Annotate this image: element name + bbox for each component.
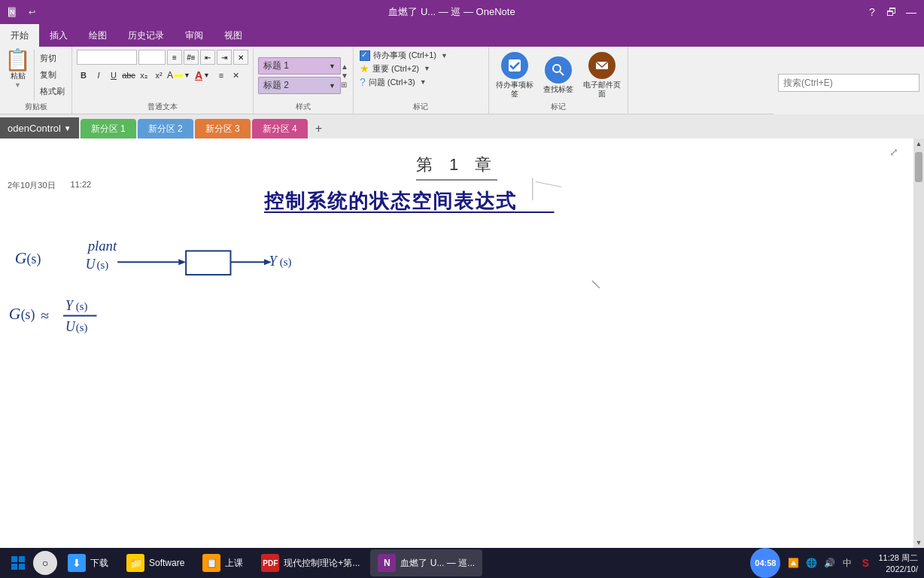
scroll-up-button[interactable]: ▲ (913, 138, 924, 149)
question-dropdown[interactable]: ▼ (420, 78, 427, 86)
section-tab-3[interactable]: 新分区 3 (195, 119, 251, 138)
heading1-dropdown[interactable]: ▼ (329, 62, 336, 70)
svg-text:G: G (9, 305, 21, 323)
volume-icon[interactable]: 🔊 (822, 556, 836, 570)
format-painter-button[interactable]: 格式刷 (38, 85, 67, 98)
strikethrough-button[interactable]: abc (122, 68, 135, 82)
font-color-dropdown[interactable]: ▼ (203, 71, 210, 79)
tab-draw[interactable]: 绘图 (78, 24, 117, 47)
taskbar-app-download[interactable]: ⬇ 下载 (60, 549, 116, 576)
onenote-taskbar-label: 血燃了 U... — 巡... (400, 557, 475, 570)
font-size-input[interactable] (138, 50, 166, 65)
svg-text:G: G (15, 249, 27, 267)
clear-all-button[interactable]: ✕ (229, 68, 243, 82)
italic-button[interactable]: I (92, 68, 105, 82)
security-icon[interactable]: S (859, 556, 872, 570)
section-tab-1[interactable]: 新分区 1 (81, 119, 136, 138)
todo-checkbox[interactable] (360, 50, 370, 61)
tab-home[interactable]: 开始 (0, 24, 39, 47)
style-scroll-up[interactable]: ▲ (341, 62, 348, 71)
email-page-button[interactable]: 电子邮件页面 (582, 52, 622, 99)
add-section-button[interactable]: + (309, 119, 328, 138)
style-scroll-expand[interactable]: ⊞ (341, 81, 348, 89)
taskbar-app-software[interactable]: 📁 Software (119, 549, 192, 576)
svg-marker-18 (264, 259, 272, 265)
software-folder-icon: 📁 (126, 554, 144, 572)
highlight-dropdown[interactable]: ▼ (184, 71, 190, 79)
font-name-input[interactable] (77, 50, 137, 65)
class-label: 上课 (225, 557, 243, 570)
taskbar-app-pdf[interactable]: PDF 现代控制理论+第... (254, 549, 367, 576)
notebook-label[interactable]: odenControl ▼ (0, 117, 79, 138)
heading1-style[interactable]: 标题 1 ▼ (258, 57, 341, 75)
section-tab-2[interactable]: 新分区 2 (138, 119, 193, 138)
copy-button[interactable]: 复制 (38, 68, 67, 81)
minimize-button[interactable]: — (904, 6, 918, 18)
scroll-down-button[interactable]: ▼ (913, 537, 924, 548)
paste-dropdown[interactable]: ▼ (14, 81, 21, 89)
bold-button[interactable]: B (77, 68, 90, 82)
taskbar-search-button[interactable]: ○ (33, 551, 57, 575)
taskbar-app-class[interactable]: 📋 上课 (195, 549, 251, 576)
question-tag-row: ? 问题 (Ctrl+3) ▼ (360, 76, 482, 88)
font-selects: ≡ #≡ ⇤ ⇥ ✕ (77, 50, 248, 65)
restore-button[interactable]: 🗗 (885, 6, 898, 18)
font-color-button[interactable]: A ▼ (195, 68, 210, 82)
tab-history[interactable]: 历史记录 (117, 24, 175, 47)
page-title-area: 第 1 章 (0, 138, 913, 181)
clipboard-others: 剪切 复制 格式刷 (38, 50, 67, 100)
bullet-list-button[interactable]: ≡ (167, 50, 182, 65)
expand-button[interactable]: ⤢ (889, 146, 898, 158)
clipboard-group-label: 剪贴板 (0, 102, 71, 112)
todo-tags-button[interactable]: 待办事项标签 (495, 52, 534, 99)
search-icon: ○ (42, 557, 48, 569)
todo-tags-label: 待办事项标签 (495, 81, 534, 99)
numbered-list-button[interactable]: #≡ (184, 50, 199, 65)
canvas-area[interactable]: 第 1 章 2年10月30日 11:22 ⤢ 控制系统的状态空间表达式 G (s… (0, 138, 913, 548)
notebook-dropdown-icon[interactable]: ▼ (64, 124, 71, 132)
important-dropdown[interactable]: ▼ (424, 65, 430, 72)
ribbon-content: 📋 粘贴 ▼ 剪切 复制 格式刷 剪贴板 ≡ #≡ ⇤ ⇥ ✕ (0, 47, 924, 114)
svg-line-31 (592, 281, 600, 288)
superscript-button[interactable]: x² (152, 68, 166, 82)
page-title: 第 1 章 (416, 154, 497, 181)
cut-button[interactable]: 剪切 (38, 52, 67, 65)
email-page-label: 电子邮件页面 (582, 81, 622, 99)
heading2-label: 标题 2 (263, 79, 289, 92)
paste-icon: 📋 (5, 50, 31, 71)
ime-indicator[interactable]: 中 (840, 556, 854, 570)
highlight-button[interactable]: A ▼ (167, 68, 190, 82)
search-input[interactable] (778, 74, 919, 92)
email-page-icon (588, 52, 615, 79)
heading2-style[interactable]: 标题 2 ▼ (258, 77, 341, 94)
help-button[interactable]: ? (865, 6, 879, 18)
tab-insert[interactable]: 插入 (39, 24, 78, 47)
svg-rect-33 (19, 556, 25, 562)
underline-button[interactable]: U (107, 68, 120, 82)
scroll-thumb[interactable] (915, 152, 922, 182)
indent-decrease-button[interactable]: ⇤ (200, 50, 215, 65)
find-tags-button[interactable]: 查找标签 (539, 56, 578, 94)
network-icon[interactable]: 🌐 (804, 556, 818, 570)
style-scroll: ▲ ▼ ⊞ (341, 62, 348, 89)
important-label: 重要 (Ctrl+2) (372, 63, 419, 75)
tab-view[interactable]: 视图 (214, 24, 253, 47)
tab-review[interactable]: 审阅 (175, 24, 214, 47)
clear-format-button[interactable]: ✕ (233, 50, 248, 65)
title-left: N ↩ (6, 5, 38, 20)
pdf-label: 现代控制理论+第... (284, 557, 360, 570)
svg-text:≈: ≈ (41, 307, 49, 324)
indent-increase-button[interactable]: ⇥ (217, 50, 232, 65)
tray-expand-button[interactable]: 🔼 (786, 556, 800, 570)
heading2-dropdown[interactable]: ▼ (329, 82, 336, 90)
align-button[interactable]: ≡ (214, 68, 228, 82)
taskbar-app-onenote[interactable]: N 血燃了 U... — 巡... (370, 549, 482, 576)
section-tab-4[interactable]: 新分区 4 (252, 119, 308, 138)
todo-dropdown[interactable]: ▼ (441, 52, 448, 59)
style-scroll-down[interactable]: ▼ (341, 71, 348, 80)
start-button[interactable] (6, 551, 30, 575)
style-group: 标题 1 ▼ 标题 2 ▼ ▲ ▼ ⊞ 样式 (254, 47, 354, 114)
todo-tags-icon (501, 52, 528, 79)
subscript-button[interactable]: x₂ (137, 68, 150, 82)
paste-button[interactable]: 📋 粘贴 ▼ (5, 50, 35, 100)
